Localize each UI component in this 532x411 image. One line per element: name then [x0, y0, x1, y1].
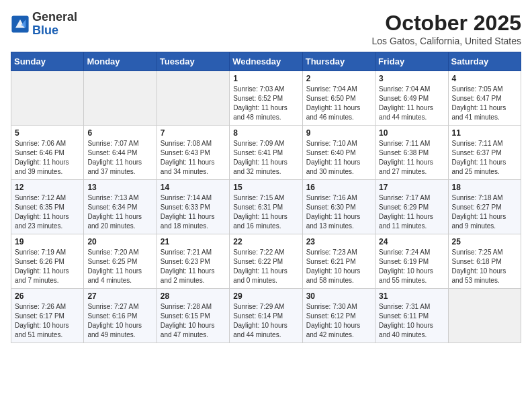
calendar-cell: 27Sunrise: 7:27 AM Sunset: 6:16 PM Dayli… — [84, 289, 157, 343]
logo: General Blue — [11, 11, 77, 38]
calendar-cell: 20Sunrise: 7:20 AM Sunset: 6:25 PM Dayli… — [84, 234, 157, 289]
calendar-week-2: 5Sunrise: 7:06 AM Sunset: 6:46 PM Daylig… — [11, 126, 521, 180]
day-number: 14 — [161, 183, 226, 192]
logo-general-label: General — [32, 11, 77, 24]
day-detail: Sunrise: 7:15 AM Sunset: 6:31 PM Dayligh… — [233, 193, 298, 231]
calendar-cell: 2Sunrise: 7:04 AM Sunset: 6:50 PM Daylig… — [302, 71, 375, 126]
day-number: 5 — [15, 128, 80, 138]
day-number: 28 — [161, 291, 226, 301]
calendar-cell: 3Sunrise: 7:04 AM Sunset: 6:49 PM Daylig… — [375, 71, 448, 126]
title-block: October 2025 Los Gatos, California, Unit… — [371, 11, 521, 46]
calendar-cell: 23Sunrise: 7:23 AM Sunset: 6:21 PM Dayli… — [302, 234, 375, 289]
day-detail: Sunrise: 7:13 AM Sunset: 6:34 PM Dayligh… — [87, 193, 152, 231]
day-number: 15 — [233, 183, 298, 192]
header-tuesday: Tuesday — [157, 52, 229, 71]
calendar-cell: 26Sunrise: 7:26 AM Sunset: 6:17 PM Dayli… — [11, 289, 84, 343]
day-number: 19 — [15, 237, 80, 246]
day-detail: Sunrise: 7:03 AM Sunset: 6:52 PM Dayligh… — [233, 85, 298, 122]
calendar-week-4: 19Sunrise: 7:19 AM Sunset: 6:26 PM Dayli… — [11, 234, 521, 289]
calendar-cell: 29Sunrise: 7:29 AM Sunset: 6:14 PM Dayli… — [230, 289, 302, 343]
calendar-week-3: 12Sunrise: 7:12 AM Sunset: 6:35 PM Dayli… — [11, 180, 521, 234]
calendar-cell: 7Sunrise: 7:08 AM Sunset: 6:43 PM Daylig… — [157, 126, 229, 180]
day-number: 3 — [379, 74, 444, 83]
calendar-cell: 17Sunrise: 7:17 AM Sunset: 6:29 PM Dayli… — [375, 180, 448, 234]
day-detail: Sunrise: 7:19 AM Sunset: 6:26 PM Dayligh… — [15, 248, 80, 285]
day-number: 17 — [379, 183, 444, 192]
calendar-cell: 25Sunrise: 7:25 AM Sunset: 6:18 PM Dayli… — [448, 234, 521, 289]
day-number: 6 — [87, 128, 152, 138]
day-number: 10 — [379, 128, 444, 138]
logo-blue-label: Blue — [32, 24, 77, 38]
calendar-week-1: 1Sunrise: 7:03 AM Sunset: 6:52 PM Daylig… — [11, 71, 521, 126]
day-detail: Sunrise: 7:26 AM Sunset: 6:17 PM Dayligh… — [15, 302, 80, 340]
calendar-cell: 22Sunrise: 7:22 AM Sunset: 6:22 PM Dayli… — [230, 234, 302, 289]
day-number: 7 — [161, 128, 226, 138]
month-title: October 2025 — [371, 11, 521, 36]
location-label: Los Gatos, California, United States — [371, 36, 521, 46]
day-detail: Sunrise: 7:08 AM Sunset: 6:43 PM Dayligh… — [161, 139, 226, 177]
day-number: 1 — [233, 74, 298, 83]
calendar-cell: 12Sunrise: 7:12 AM Sunset: 6:35 PM Dayli… — [11, 180, 84, 234]
calendar-cell: 21Sunrise: 7:21 AM Sunset: 6:23 PM Dayli… — [157, 234, 229, 289]
day-number: 13 — [87, 183, 152, 192]
page-header: General Blue October 2025 Los Gatos, Cal… — [11, 11, 521, 46]
day-detail: Sunrise: 7:30 AM Sunset: 6:12 PM Dayligh… — [306, 302, 371, 340]
calendar-week-5: 26Sunrise: 7:26 AM Sunset: 6:17 PM Dayli… — [11, 289, 521, 343]
header-saturday: Saturday — [448, 52, 521, 71]
header-thursday: Thursday — [302, 52, 375, 71]
calendar-cell: 28Sunrise: 7:28 AM Sunset: 6:15 PM Dayli… — [157, 289, 229, 343]
calendar-cell: 15Sunrise: 7:15 AM Sunset: 6:31 PM Dayli… — [230, 180, 302, 234]
day-number: 23 — [306, 237, 371, 246]
day-number: 16 — [306, 183, 371, 192]
day-number: 24 — [379, 237, 444, 246]
day-number: 31 — [379, 291, 444, 301]
weekday-header-row: Sunday Monday Tuesday Wednesday Thursday… — [11, 52, 521, 71]
header-sunday: Sunday — [11, 52, 84, 71]
day-detail: Sunrise: 7:20 AM Sunset: 6:25 PM Dayligh… — [87, 248, 152, 285]
day-number: 29 — [233, 291, 298, 301]
day-detail: Sunrise: 7:31 AM Sunset: 6:11 PM Dayligh… — [379, 302, 444, 340]
day-detail: Sunrise: 7:06 AM Sunset: 6:46 PM Dayligh… — [15, 139, 80, 177]
day-detail: Sunrise: 7:17 AM Sunset: 6:29 PM Dayligh… — [379, 193, 444, 231]
logo-text: General Blue — [32, 11, 77, 38]
day-number: 2 — [306, 74, 371, 83]
calendar-cell: 10Sunrise: 7:11 AM Sunset: 6:38 PM Dayli… — [375, 126, 448, 180]
header-wednesday: Wednesday — [230, 52, 302, 71]
day-detail: Sunrise: 7:28 AM Sunset: 6:15 PM Dayligh… — [161, 302, 226, 340]
calendar-cell: 18Sunrise: 7:18 AM Sunset: 6:27 PM Dayli… — [448, 180, 521, 234]
day-number: 22 — [233, 237, 298, 246]
day-detail: Sunrise: 7:10 AM Sunset: 6:40 PM Dayligh… — [306, 139, 371, 177]
day-number: 11 — [452, 128, 517, 138]
calendar-cell — [11, 71, 84, 126]
day-number: 20 — [87, 237, 152, 246]
day-number: 26 — [15, 291, 80, 301]
calendar-cell: 14Sunrise: 7:14 AM Sunset: 6:33 PM Dayli… — [157, 180, 229, 234]
day-detail: Sunrise: 7:05 AM Sunset: 6:47 PM Dayligh… — [452, 85, 517, 122]
day-detail: Sunrise: 7:23 AM Sunset: 6:21 PM Dayligh… — [306, 248, 371, 285]
day-detail: Sunrise: 7:25 AM Sunset: 6:18 PM Dayligh… — [452, 248, 517, 285]
day-number: 8 — [233, 128, 298, 138]
day-detail: Sunrise: 7:22 AM Sunset: 6:22 PM Dayligh… — [233, 248, 298, 285]
day-detail: Sunrise: 7:11 AM Sunset: 6:37 PM Dayligh… — [452, 139, 517, 177]
calendar-cell: 16Sunrise: 7:16 AM Sunset: 6:30 PM Dayli… — [302, 180, 375, 234]
calendar-cell: 9Sunrise: 7:10 AM Sunset: 6:40 PM Daylig… — [302, 126, 375, 180]
logo-icon — [11, 15, 30, 34]
day-detail: Sunrise: 7:07 AM Sunset: 6:44 PM Dayligh… — [87, 139, 152, 177]
calendar-cell — [84, 71, 157, 126]
calendar-cell: 19Sunrise: 7:19 AM Sunset: 6:26 PM Dayli… — [11, 234, 84, 289]
header-friday: Friday — [375, 52, 448, 71]
day-detail: Sunrise: 7:14 AM Sunset: 6:33 PM Dayligh… — [161, 193, 226, 231]
day-detail: Sunrise: 7:04 AM Sunset: 6:50 PM Dayligh… — [306, 85, 371, 122]
header-monday: Monday — [84, 52, 157, 71]
calendar-cell: 13Sunrise: 7:13 AM Sunset: 6:34 PM Dayli… — [84, 180, 157, 234]
day-detail: Sunrise: 7:27 AM Sunset: 6:16 PM Dayligh… — [87, 302, 152, 340]
day-detail: Sunrise: 7:11 AM Sunset: 6:38 PM Dayligh… — [379, 139, 444, 177]
calendar-cell: 5Sunrise: 7:06 AM Sunset: 6:46 PM Daylig… — [11, 126, 84, 180]
calendar-cell — [157, 71, 229, 126]
calendar-cell — [448, 289, 521, 343]
day-detail: Sunrise: 7:12 AM Sunset: 6:35 PM Dayligh… — [15, 193, 80, 231]
calendar-cell: 30Sunrise: 7:30 AM Sunset: 6:12 PM Dayli… — [302, 289, 375, 343]
day-number: 21 — [161, 237, 226, 246]
calendar-cell: 11Sunrise: 7:11 AM Sunset: 6:37 PM Dayli… — [448, 126, 521, 180]
day-detail: Sunrise: 7:16 AM Sunset: 6:30 PM Dayligh… — [306, 193, 371, 231]
